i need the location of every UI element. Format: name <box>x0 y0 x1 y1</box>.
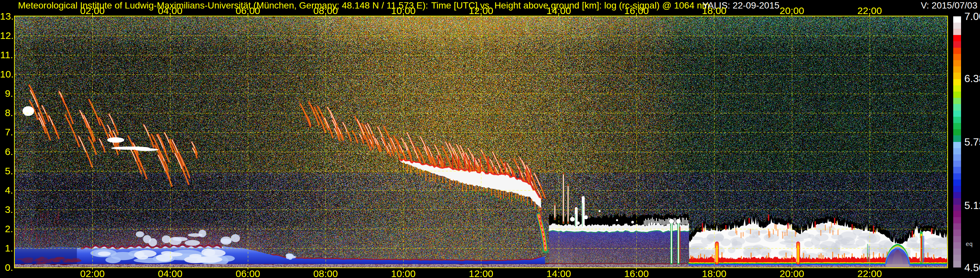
lidar-heatmap-canvas <box>15 16 947 268</box>
y-tick-label: 5. <box>0 166 13 176</box>
x-tick-label: 20:00 <box>769 269 815 278</box>
y-tick-label: 1. <box>0 243 13 253</box>
y-tick-label: 8. <box>0 108 13 118</box>
y-tick-label: 0. <box>0 263 13 272</box>
y-tick-label: 10. <box>0 69 13 79</box>
x-tick-mark <box>403 268 404 270</box>
x-tick-label: 08:00 <box>303 269 348 278</box>
x-tick-label: 22:00 <box>847 269 892 278</box>
y-tick-label: 9. <box>0 89 13 99</box>
x-tick-mark <box>248 268 248 270</box>
lidar-quicklook-page: { "header": { "institute": "Meteorologic… <box>0 0 980 278</box>
x-tick-label: 10:00 <box>380 269 426 278</box>
colorbar-eq-label: eq <box>966 240 973 247</box>
y-tick-label: 3. <box>0 205 13 214</box>
y-tick-label: 13. <box>0 11 13 21</box>
y-tick-label: 6. <box>0 147 13 157</box>
x-tick-label: 04:00 <box>147 269 193 278</box>
x-tick-mark <box>325 268 326 270</box>
colorbar-tick-label: 5.12 <box>964 200 980 211</box>
y-tick-label: 12. <box>0 31 13 40</box>
x-tick-mark <box>558 268 559 270</box>
x-tick-mark <box>792 268 792 270</box>
version-label: V: 2015/07/03 <box>921 1 977 10</box>
x-tick-label: 12:00 <box>458 269 504 278</box>
colorbar-tick-label: 6.38 <box>964 73 980 84</box>
plot-area <box>15 16 947 268</box>
y-tick-label: 7. <box>0 127 13 137</box>
x-tick-label: 16:00 <box>614 269 659 278</box>
x-tick-label: 06:00 <box>225 269 271 278</box>
x-tick-label: 14:00 <box>536 269 581 278</box>
y-tick-label: 4. <box>0 185 13 195</box>
x-tick-mark <box>481 268 482 270</box>
x-tick-label: 02:00 <box>70 269 115 278</box>
colorbar-tick-label: 4.50 <box>964 262 980 273</box>
x-tick-mark <box>170 268 170 270</box>
colorbar-tick-label: 7.00 <box>964 11 980 22</box>
colorbar-tick-label: 5.75 <box>964 137 980 147</box>
x-tick-mark <box>636 268 637 270</box>
y-tick-label: 11. <box>0 50 13 60</box>
x-tick-mark <box>869 268 870 270</box>
x-tick-mark <box>714 268 714 270</box>
x-tick-label: 18:00 <box>691 269 737 278</box>
x-tick-mark <box>92 268 93 270</box>
colorbar <box>953 16 961 268</box>
y-tick-label: 2. <box>0 224 13 234</box>
